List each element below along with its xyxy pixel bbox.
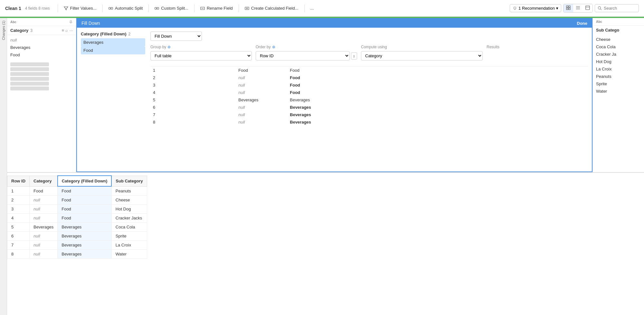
cell-filled: Beverages bbox=[58, 250, 112, 259]
fd-row-result: Food bbox=[287, 89, 588, 96]
card-icon bbox=[585, 5, 590, 10]
table-row: 8nullBeveragesWater bbox=[7, 250, 147, 259]
fill-down-content: Category (Filled Down) 2 Beverages Food bbox=[77, 28, 592, 130]
cell-row-id: 1 bbox=[7, 186, 30, 196]
table-row: 6nullBeveragesSprite bbox=[7, 232, 147, 241]
custom-split-button[interactable]: Custom Split... bbox=[151, 4, 192, 13]
search-box bbox=[595, 4, 639, 12]
order-by-select[interactable]: Row ID bbox=[256, 51, 350, 60]
fd-left: Category (Filled Down) 2 Beverages Food bbox=[81, 32, 145, 126]
sort-btn[interactable]: ≡ bbox=[62, 28, 64, 33]
fd-row-result: Beverages bbox=[287, 104, 588, 111]
recommendation-button[interactable]: 1 Recommendation bbox=[510, 4, 561, 12]
fd-result-row: 7nullBeverages bbox=[150, 111, 588, 118]
fd-options-row: Group by ⊕ Full table Order by bbox=[150, 45, 588, 60]
column-panel: Abc Category 3 ≡ ⌕ ··· null bbox=[7, 18, 76, 172]
group-by-select[interactable]: Full table bbox=[150, 51, 252, 60]
fd-row-id: 8 bbox=[150, 118, 236, 126]
fd-result-row: 8nullBeverages bbox=[150, 118, 588, 126]
app-title: Clean 1 bbox=[5, 6, 21, 11]
left-sidebar[interactable]: Changes (1) bbox=[0, 18, 7, 315]
filter-values-button[interactable]: Filter Values... bbox=[61, 4, 100, 13]
cell-sub-category: Peanuts bbox=[111, 186, 147, 196]
right-col-value-item: Cheese bbox=[593, 36, 644, 43]
right-col-value-item: Sprite bbox=[593, 80, 644, 88]
svg-rect-0 bbox=[109, 7, 110, 9]
fd-result-row: 2nullFood bbox=[150, 74, 588, 81]
fd-result-row: 4nullFood bbox=[150, 89, 588, 96]
col-actions: ≡ ⌕ ··· bbox=[62, 28, 73, 33]
cell-row-id: 6 bbox=[7, 232, 30, 241]
svg-point-24 bbox=[70, 21, 72, 22]
grid-icon bbox=[566, 5, 571, 10]
table-header-row: Row ID Category Category (Filled Down) S… bbox=[7, 176, 147, 186]
grid-view-button[interactable] bbox=[564, 4, 573, 12]
cell-category: null bbox=[30, 196, 58, 205]
fd-result-row: 1FoodFood bbox=[150, 67, 588, 74]
fd-row-category: null bbox=[236, 111, 287, 118]
fd-row-result: Beverages bbox=[287, 118, 588, 126]
col-value-null[interactable]: null bbox=[7, 36, 76, 44]
rename-field-button[interactable]: Rename Field bbox=[197, 4, 236, 13]
col-bar bbox=[10, 87, 49, 90]
fd-value-beverages[interactable]: Beverages bbox=[81, 38, 145, 46]
th-category bbox=[236, 64, 287, 67]
col-value-food[interactable]: Food bbox=[7, 51, 76, 59]
calc-icon bbox=[245, 6, 249, 11]
cell-filled: Beverages bbox=[58, 232, 112, 241]
th-sub-category: Sub Category bbox=[111, 176, 147, 186]
separator-2 bbox=[102, 5, 103, 12]
fd-order-by: Order by ⊕ Row ID ↕ bbox=[256, 45, 357, 60]
automatic-split-button[interactable]: Automatic Split bbox=[105, 4, 146, 13]
bottom-table-area: Row ID Category Category (Filled Down) S… bbox=[7, 172, 644, 315]
fd-right: Fill Down Group by ⊕ Full bbox=[150, 32, 588, 126]
toolbar-right: 1 Recommendation bbox=[510, 4, 639, 13]
right-sidebar-header: Abc bbox=[593, 18, 644, 26]
col-value-beverages[interactable]: Beverages bbox=[7, 44, 76, 51]
col-count: 3 bbox=[30, 28, 33, 33]
fd-result-row: 3nullFood bbox=[150, 81, 588, 89]
cell-filled: Beverages bbox=[58, 223, 112, 232]
changes-label[interactable]: Changes (1) bbox=[2, 21, 5, 40]
add-group-by-btn[interactable]: ⊕ bbox=[167, 45, 171, 49]
cell-category: Food bbox=[30, 186, 58, 196]
sort-order-btn[interactable]: ↕ bbox=[351, 52, 357, 60]
fill-down-title: Fill Down bbox=[81, 21, 100, 26]
col-bar bbox=[10, 72, 49, 76]
chevron-down-icon bbox=[556, 6, 558, 11]
content-area: Abc Category 3 ≡ ⌕ ··· null bbox=[7, 18, 644, 315]
done-button[interactable]: Done bbox=[577, 21, 588, 26]
more-options-button[interactable]: ... bbox=[307, 4, 317, 13]
fd-row-category: Food bbox=[236, 67, 287, 74]
search-input[interactable] bbox=[604, 6, 636, 11]
create-calc-field-button[interactable]: Create Calculated Field... bbox=[242, 4, 302, 13]
right-col-values: CheeseCoca ColaCracker JaHot DogLa Croix… bbox=[593, 34, 644, 96]
fd-row-category: null bbox=[236, 104, 287, 111]
card-view-button[interactable] bbox=[583, 4, 592, 12]
fill-method-select[interactable]: Fill Down bbox=[150, 32, 202, 41]
list-view-button[interactable] bbox=[573, 4, 583, 12]
fd-row-category: null bbox=[236, 81, 287, 89]
svg-point-11 bbox=[514, 7, 516, 9]
separator-4 bbox=[194, 5, 194, 12]
th-result bbox=[287, 64, 588, 67]
bar-row-4 bbox=[10, 77, 73, 81]
bar-row-3 bbox=[10, 72, 73, 76]
fd-row-result: Beverages bbox=[287, 96, 588, 104]
col-bar bbox=[10, 62, 49, 66]
fd-value-food[interactable]: Food bbox=[81, 46, 145, 54]
table-row: 5BeveragesBeveragesCoca Cola bbox=[7, 223, 147, 232]
search-col-btn[interactable]: ⌕ bbox=[65, 28, 68, 33]
cell-sub-category: Cheese bbox=[111, 196, 147, 205]
rename-icon bbox=[200, 6, 205, 11]
cell-category: null bbox=[30, 214, 58, 223]
cell-sub-category: Water bbox=[111, 250, 147, 259]
fill-down-header: Fill Down Done bbox=[77, 19, 592, 28]
fd-row-id: 7 bbox=[150, 111, 236, 118]
col-bar bbox=[10, 82, 49, 86]
add-order-by-btn[interactable]: ⊕ bbox=[272, 45, 275, 49]
more-col-btn[interactable]: ··· bbox=[69, 28, 73, 33]
cell-row-id: 2 bbox=[7, 196, 30, 205]
compute-using-select[interactable]: Category bbox=[361, 51, 483, 60]
cell-filled: Food bbox=[58, 214, 112, 223]
